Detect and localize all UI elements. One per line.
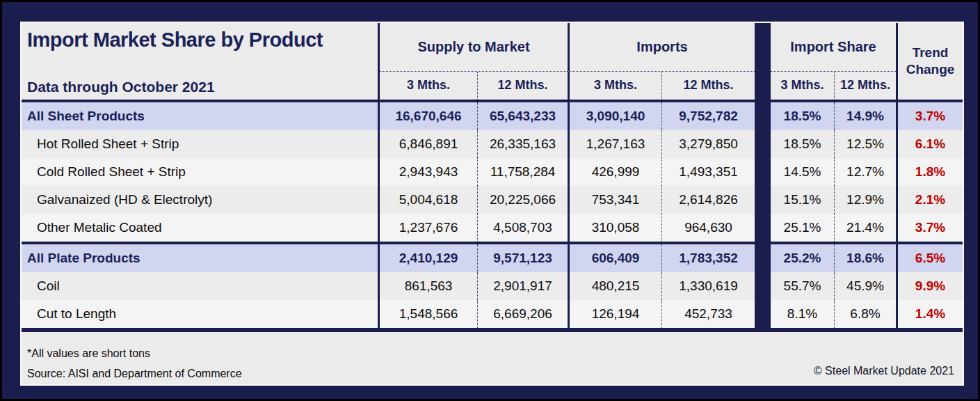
row-gap-divider [755, 214, 771, 242]
cell-share-12m: 45.9% [834, 272, 896, 300]
cell-imports-3m: 1,267,163 [568, 130, 661, 158]
cell-supply-12m: 65,643,233 [477, 102, 568, 130]
cell-share-3m: 14.5% [771, 158, 834, 186]
column-group-import-share: Import Share [771, 23, 896, 72]
cell-imports-12m: 2,614,826 [661, 186, 755, 214]
header-gap-divider [755, 23, 771, 72]
footer-note: *All values are short tons [27, 343, 957, 363]
cell-imports-12m: 1,493,351 [661, 158, 755, 186]
cell-share-12m: 14.9% [834, 102, 896, 130]
cell-imports-3m: 126,194 [568, 300, 661, 328]
table-row-cold-rolled: Cold Rolled Sheet + Strip 2,943,943 11,7… [22, 158, 963, 186]
footer-copyright: © Steel Market Update 2021 [814, 365, 954, 377]
table-row-coil: Coil 861,563 2,901,917 480,215 1,330,619… [22, 272, 963, 300]
col-supply-12mths: 12 Mths. [477, 72, 568, 100]
cell-share-3m: 55.7% [771, 272, 834, 300]
column-group-supply-to-market: Supply to Market [380, 23, 568, 72]
page-subtitle: Data through October 2021 [27, 79, 373, 95]
cell-supply-12m: 11,758,284 [477, 158, 568, 186]
cell-supply-3m: 16,670,646 [380, 102, 477, 130]
cell-trend-change: 1.4% [896, 300, 963, 328]
table-row-other-metalic: Other Metalic Coated 1,237,676 4,508,703… [22, 214, 963, 242]
cell-share-3m: 18.5% [771, 130, 834, 158]
row-gap-divider [755, 102, 771, 130]
cell-product: Hot Rolled Sheet + Strip [22, 130, 380, 158]
cell-imports-3m: 426,999 [568, 158, 661, 186]
cell-product: All Sheet Products [22, 102, 380, 130]
cell-trend-change: 2.1% [896, 186, 963, 214]
cell-supply-12m: 9,571,123 [477, 244, 568, 272]
cell-supply-3m: 5,004,618 [380, 186, 477, 214]
header-group-row: Supply to Market Imports Import Share [380, 23, 896, 72]
cell-supply-3m: 2,410,129 [380, 244, 477, 272]
cell-share-12m: 12.9% [834, 186, 896, 214]
cell-supply-12m: 6,669,206 [477, 300, 568, 328]
cell-share-3m: 25.2% [771, 244, 834, 272]
cell-share-12m: 12.5% [834, 130, 896, 158]
cell-share-3m: 25.1% [771, 214, 834, 242]
column-trend-change: Trend Change [896, 23, 963, 100]
cell-supply-3m: 6,846,891 [380, 130, 477, 158]
cell-supply-12m: 26,335,163 [477, 130, 568, 158]
row-gap-divider [755, 186, 771, 214]
row-gap-divider [755, 272, 771, 300]
cell-share-12m: 6.8% [834, 300, 896, 328]
cell-imports-3m: 310,058 [568, 214, 661, 242]
cell-supply-3m: 1,237,676 [380, 214, 477, 242]
cell-imports-12m: 3,279,850 [661, 130, 755, 158]
row-gap-divider [755, 244, 771, 272]
cell-trend-change: 3.7% [896, 214, 963, 242]
report-frame: Import Market Share by Product Data thro… [0, 0, 980, 401]
cell-product: Galvanaized (HD & Electrolyt) [22, 186, 380, 214]
cell-imports-12m: 452,733 [661, 300, 755, 328]
col-supply-3mths: 3 Mths. [380, 72, 477, 100]
row-gap-divider [755, 158, 771, 186]
cell-trend-change: 1.8% [896, 158, 963, 186]
cell-supply-3m: 2,943,943 [380, 158, 477, 186]
cell-trend-change: 9.9% [896, 272, 963, 300]
cell-product: Other Metalic Coated [22, 214, 380, 242]
cell-trend-change: 6.1% [896, 130, 963, 158]
cell-share-12m: 21.4% [834, 214, 896, 242]
cell-imports-12m: 1,783,352 [661, 244, 755, 272]
table-header: Import Market Share by Product Data thro… [22, 23, 963, 100]
header-subcolumn-row: 3 Mths. 12 Mths. 3 Mths. 12 Mths. 3 Mths… [380, 72, 896, 100]
cell-share-3m: 8.1% [771, 300, 834, 328]
cell-supply-12m: 4,508,703 [477, 214, 568, 242]
column-group-imports: Imports [568, 23, 755, 72]
table-row-hot-rolled: Hot Rolled Sheet + Strip 6,846,891 26,33… [22, 130, 963, 158]
title-cell: Import Market Share by Product Data thro… [22, 23, 380, 100]
cell-trend-change: 3.7% [896, 102, 963, 130]
cell-imports-12m: 964,630 [661, 214, 755, 242]
col-imports-12mths: 12 Mths. [661, 72, 755, 100]
header-gap-divider [755, 72, 771, 100]
cell-imports-3m: 753,341 [568, 186, 661, 214]
report-panel: Import Market Share by Product Data thro… [22, 23, 963, 384]
table-footer: *All values are short tons Source: AISI … [22, 328, 963, 384]
table-row-all-sheet-products: All Sheet Products 16,670,646 65,643,233… [22, 102, 963, 130]
cell-product: Cold Rolled Sheet + Strip [22, 158, 380, 186]
cell-share-3m: 15.1% [771, 186, 834, 214]
row-gap-divider [755, 130, 771, 158]
cell-share-12m: 12.7% [834, 158, 896, 186]
cell-supply-12m: 2,901,917 [477, 272, 568, 300]
cell-product: All Plate Products [22, 244, 380, 272]
cell-supply-3m: 861,563 [380, 272, 477, 300]
cell-imports-3m: 606,409 [568, 244, 661, 272]
cell-supply-3m: 1,548,566 [380, 300, 477, 328]
cell-share-12m: 18.6% [834, 244, 896, 272]
page-title: Import Market Share by Product [27, 29, 373, 52]
table-row-all-plate-products: All Plate Products 2,410,129 9,571,123 6… [22, 244, 963, 272]
cell-imports-12m: 9,752,782 [661, 102, 755, 130]
cell-imports-12m: 1,330,619 [661, 272, 755, 300]
cell-product: Coil [22, 272, 380, 300]
cell-supply-12m: 20,225,066 [477, 186, 568, 214]
cell-trend-change: 6.5% [896, 244, 963, 272]
cell-share-3m: 18.5% [771, 102, 834, 130]
table-row-cut-to-length: Cut to Length 1,548,566 6,669,206 126,19… [22, 300, 963, 328]
table-row-galvanized: Galvanaized (HD & Electrolyt) 5,004,618 … [22, 186, 963, 214]
cell-imports-3m: 3,090,140 [568, 102, 661, 130]
col-imports-3mths: 3 Mths. [568, 72, 661, 100]
col-share-12mths: 12 Mths. [834, 72, 896, 100]
row-gap-divider [755, 300, 771, 328]
